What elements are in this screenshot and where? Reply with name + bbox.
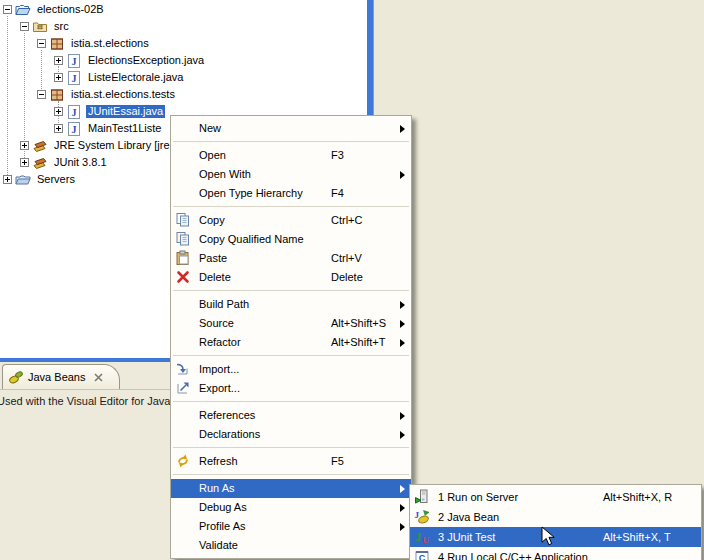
menu-item-label: Import... (199, 360, 411, 379)
expander-plus-icon[interactable] (20, 141, 29, 150)
java-bean-icon (8, 369, 24, 385)
expander-minus-icon[interactable] (20, 22, 29, 31)
svg-text:U: U (423, 535, 430, 545)
tree-item-istia-st-elections-tests[interactable]: istia.st.elections.tests (0, 86, 367, 103)
expander-plus-icon[interactable] (54, 107, 63, 116)
menu-item-paste[interactable]: PasteCtrl+V (171, 249, 411, 268)
expander-minus-icon[interactable] (37, 90, 46, 99)
context-menu: NewOpenF3Open WithOpen Type HierarchyF4C… (170, 115, 412, 559)
menu-item-label: Run As (199, 479, 411, 498)
svg-text:J: J (415, 510, 420, 520)
menu-item-label: Debug As (199, 498, 411, 517)
tree-item-electionsexception-java[interactable]: JElectionsException.java (0, 52, 367, 69)
menu-item-open-with[interactable]: Open With (171, 165, 411, 184)
submenu-arrow-icon (399, 339, 406, 347)
submenu-arrow-icon (399, 523, 406, 531)
java-beans-content-text: Used with the Visual Editor for Java (0, 395, 170, 407)
tree-item-listeelectorale-java[interactable]: JListeElectorale.java (0, 69, 367, 86)
menu-item-debug-as[interactable]: Debug As (171, 498, 411, 517)
menu-item-label: Validate (199, 536, 411, 555)
menu-item-open-type-hierarchy[interactable]: Open Type HierarchyF4 (171, 184, 411, 203)
menu-item-copy-qualified-name[interactable]: Copy Qualified Name (171, 230, 411, 249)
menu-item-label: Open Type Hierarchy (199, 184, 411, 203)
menu-item-references[interactable]: References (171, 406, 411, 425)
expander-plus-icon[interactable] (20, 158, 29, 167)
menu-item-copy[interactable]: CopyCtrl+C (171, 211, 411, 230)
run-as-submenu: 1 Run on ServerAlt+Shift+X, RJ2 Java Bea… (409, 484, 702, 560)
menu-separator (171, 138, 411, 146)
menu-item-label: Declarations (199, 425, 411, 444)
expander-plus-icon[interactable] (54, 73, 63, 82)
tree-item-elections-02b[interactable]: elections-02B (0, 1, 367, 18)
menu-separator (171, 444, 411, 452)
expander-minus-icon[interactable] (37, 39, 46, 48)
tree-item-label: JUnit 3.8.1 (52, 156, 109, 169)
package-icon (49, 87, 65, 103)
menu-separator (171, 471, 411, 479)
expander-minus-icon[interactable] (3, 5, 12, 14)
expander-plus-icon[interactable] (54, 56, 63, 65)
java-file-icon: J (66, 121, 82, 137)
submenu-item-2-java-bean[interactable]: J2 Java Bean (410, 507, 701, 527)
submenu-item-1-run-on-server[interactable]: 1 Run on ServerAlt+Shift+X, R (410, 487, 701, 507)
menu-item-shortcut: Ctrl+C (331, 211, 362, 230)
menu-item-label: Profile As (199, 517, 411, 536)
menu-item-refactor[interactable]: RefactorAlt+Shift+T (171, 333, 411, 352)
menu-item-new[interactable]: New (171, 119, 411, 138)
menu-item-label: Copy (199, 211, 411, 230)
menu-item-shortcut: F5 (331, 452, 344, 471)
svg-text:J: J (72, 106, 77, 117)
delete-icon (175, 269, 191, 285)
menu-item-shortcut: F3 (331, 146, 344, 165)
submenu-arrow-icon (399, 171, 406, 179)
submenu-item-3-junit-test[interactable]: JU3 JUnit TestAlt+Shift+X, T (410, 527, 701, 547)
menu-item-label: Paste (199, 249, 411, 268)
menu-item-declarations[interactable]: Declarations (171, 425, 411, 444)
menu-item-validate[interactable]: Validate (171, 536, 411, 555)
menu-item-shortcut: Ctrl+V (331, 249, 362, 268)
menu-item-import[interactable]: Import... (171, 360, 411, 379)
submenu-arrow-icon (399, 301, 406, 309)
menu-item-label: Build Path (199, 295, 411, 314)
menu-item-refresh[interactable]: RefreshF5 (171, 452, 411, 471)
tree-item-src[interactable]: src (0, 18, 367, 35)
tree-item-label: JRE System Library [jre (52, 139, 172, 152)
menu-item-delete[interactable]: DeleteDelete (171, 268, 411, 287)
menu-separator (171, 352, 411, 360)
tree-item-label: Servers (35, 173, 77, 186)
java-file-icon: J (66, 104, 82, 120)
tree-item-label: JUnitEssai.java (86, 105, 165, 118)
paste-icon (175, 250, 191, 266)
tab-label: Java Beans (28, 371, 85, 383)
menu-item-label: 4 Run Local C/C++ Application (438, 547, 701, 560)
menu-item-source[interactable]: SourceAlt+Shift+S (171, 314, 411, 333)
tab-java-beans[interactable]: Java Beans (2, 364, 120, 389)
submenu-item-4-run-local-c-c-application[interactable]: C4 Run Local C/C++ Application (410, 547, 701, 560)
tree-item-label: src (52, 20, 71, 33)
copy-qualified-icon (175, 231, 191, 247)
close-icon[interactable] (93, 372, 104, 383)
folder-icon (15, 172, 31, 188)
menu-item-shortcut: Alt+Shift+X, T (603, 527, 671, 547)
menu-item-profile-as[interactable]: Profile As (171, 517, 411, 536)
library-icon (32, 155, 48, 171)
menu-item-shortcut: Delete (331, 268, 363, 287)
library-icon (32, 138, 48, 154)
menu-item-shortcut: F4 (331, 184, 344, 203)
submenu-arrow-icon (399, 504, 406, 512)
menu-item-export[interactable]: Export... (171, 379, 411, 398)
menu-item-open[interactable]: OpenF3 (171, 146, 411, 165)
menu-separator (171, 203, 411, 211)
menu-item-build-path[interactable]: Build Path (171, 295, 411, 314)
expander-plus-icon[interactable] (54, 124, 63, 133)
menu-item-label: Open (199, 146, 411, 165)
expander-plus-icon[interactable] (3, 175, 12, 184)
menu-item-run-as[interactable]: Run As (171, 479, 411, 498)
eclipse-workbench: elections-02Bsrcistia.st.electionsJElect… (0, 0, 704, 560)
menu-item-label: Copy Qualified Name (199, 230, 411, 249)
svg-text:J: J (416, 530, 422, 544)
tree-item-label: MainTest1Liste (86, 122, 163, 135)
submenu-arrow-icon (399, 412, 406, 420)
tree-item-istia-st-elections[interactable]: istia.st.elections (0, 35, 367, 52)
menu-item-label: 2 Java Bean (438, 507, 701, 527)
